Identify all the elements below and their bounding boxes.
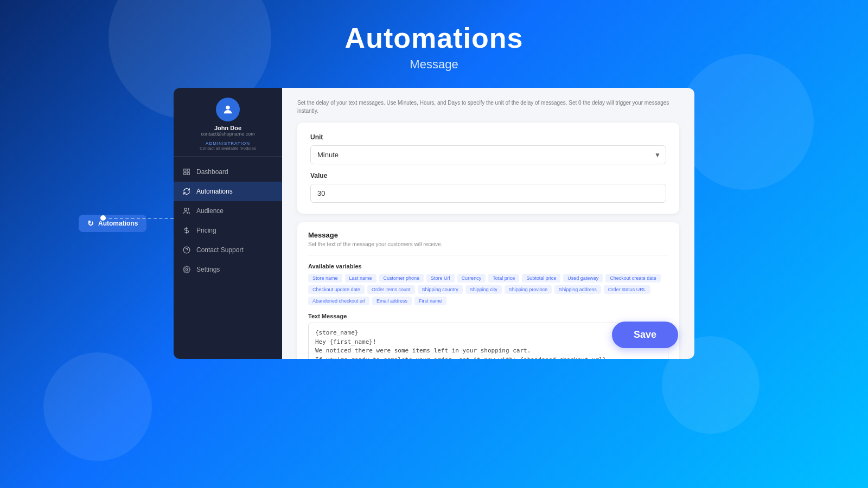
admin-label: ADMINISTRATION [182,141,273,146]
content-scroll: Set the delay of your text messages. Use… [282,88,694,359]
variable-tag[interactable]: Email address [372,297,412,305]
avatar [216,98,240,121]
message-section-title: Message [308,231,668,239]
variable-tag[interactable]: Order status URL [604,285,650,294]
page-header: Automations Message [0,0,868,82]
variable-tag[interactable]: Used gateway [563,274,603,282]
page-subtitle: Message [0,57,868,72]
grid-icon [182,168,191,176]
unit-label: Unit [310,133,666,141]
unit-select-wrapper: Minute Hour Day ▼ [310,145,666,164]
svg-rect-4 [187,172,189,175]
sidebar-profile: John Doe contact@shopname.com ADMINISTRA… [174,88,282,157]
variable-tag[interactable]: Abandoned checkout url [308,297,369,305]
page-title: Automations [0,22,868,54]
users-icon [182,207,191,215]
variable-tag[interactable]: Store name [308,274,342,282]
sync-icon [182,187,191,196]
sidebar-item-settings-label: Settings [196,266,220,273]
dashed-connector-dot [100,215,106,221]
profile-email: contact@shopname.com [182,131,273,137]
value-label: Value [310,172,666,179]
svg-point-5 [184,208,187,211]
dollar-icon [182,226,191,235]
available-vars-title: Available variables [308,263,668,269]
variable-tag[interactable]: Checkout update date [308,285,365,294]
svg-rect-3 [184,172,186,175]
variable-tag[interactable]: Customer phone [379,274,424,282]
value-field-group: Value [310,172,666,203]
unit-value-card: Unit Minute Hour Day ▼ Value [297,123,679,214]
unit-field-group: Unit Minute Hour Day ▼ [310,133,666,164]
sidebar-item-settings[interactable]: Settings [174,260,282,279]
svg-point-0 [226,106,229,110]
text-message-label: Text Message [308,313,668,319]
main-container: ↻ Automations John Doe contact@shopname.… [0,88,868,359]
sidebar-item-pricing-label: Pricing [196,227,216,234]
variable-tag[interactable]: Subtotal price [522,274,560,282]
variable-tag[interactable]: Total price [488,274,519,282]
value-input[interactable] [310,184,666,203]
sidebar-item-automations[interactable]: Automations [174,182,282,201]
variable-tag[interactable]: Order items count [367,285,415,294]
svg-point-9 [186,268,188,271]
dashed-connector-line [103,218,174,219]
unit-select[interactable]: Minute Hour Day [310,145,666,164]
sidebar-item-audience[interactable]: Audience [174,201,282,221]
automations-floating-badge[interactable]: ↻ Automations [79,215,146,232]
sidebar-item-dashboard-label: Dashboard [196,168,228,176]
content-panel: Set the delay of your text messages. Use… [282,88,694,359]
sidebar-nav: Dashboard Automations [174,157,282,285]
variable-tag[interactable]: Shipping city [465,285,502,294]
delay-description: Set the delay of your text messages. Use… [297,99,679,115]
sidebar: ↻ Automations John Doe contact@shopname.… [174,88,282,359]
variable-tag[interactable]: Currency [457,274,486,282]
save-button-wrapper: Save [612,322,678,348]
sidebar-item-dashboard[interactable]: Dashboard [174,162,282,182]
gear-icon [182,265,191,274]
admin-link: Contact all available modules [182,146,273,151]
bg-decoration-2 [43,352,152,461]
automations-badge-label: Automations [98,220,138,227]
variable-tag[interactable]: Shipping country [418,285,463,294]
help-icon [182,246,191,254]
variable-tag[interactable]: Shipping province [505,285,552,294]
sidebar-item-pricing[interactable]: Pricing [174,221,282,240]
variable-tag[interactable]: Last name [345,274,376,282]
sidebar-item-contact-support-label: Contact Support [196,246,244,254]
sidebar-item-automations-label: Automations [196,188,233,195]
sidebar-item-audience-label: Audience [196,207,224,215]
automations-badge-icon: ↻ [87,219,94,228]
profile-name: John Doe [182,125,273,131]
sidebar-item-contact-support[interactable]: Contact Support [174,240,282,260]
message-section-subtitle: Set the text of the message your custome… [308,241,668,247]
variables-grid: Store nameLast nameCustomer phoneStore U… [308,274,668,305]
svg-rect-2 [187,169,189,171]
variable-tag[interactable]: Checkout create date [605,274,661,282]
variable-tag[interactable]: Shipping address [554,285,601,294]
svg-rect-1 [184,169,186,171]
variable-tag[interactable]: Store Url [426,274,455,282]
save-button[interactable]: Save [612,322,678,348]
divider [308,255,668,255]
variable-tag[interactable]: First name [414,297,446,305]
